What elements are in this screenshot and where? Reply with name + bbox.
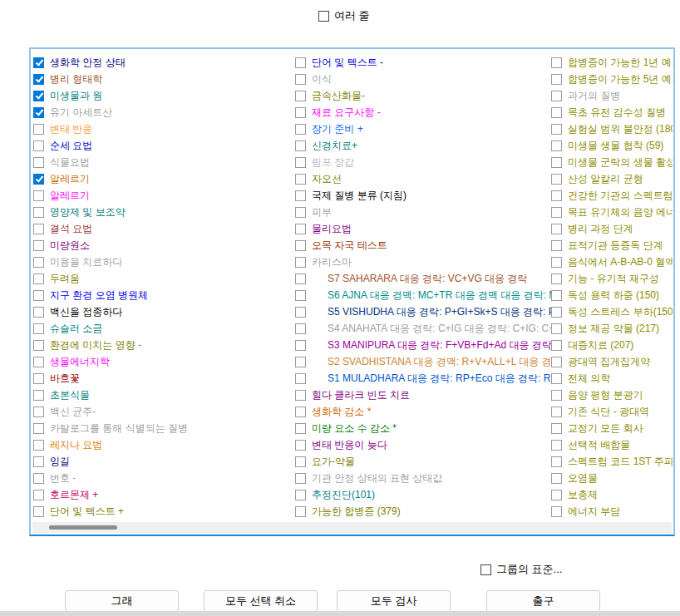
checkbox[interactable] (551, 407, 562, 417)
checkbox-item[interactable]: S6 AJNA 대응 경맥: MC+TR 대응 경맥 대응 경락: MC+TR: (295, 288, 551, 304)
checkbox-item[interactable]: 환경에 미치는 영향 - (33, 338, 295, 354)
checkbox[interactable] (551, 423, 562, 434)
checkbox[interactable] (551, 473, 562, 484)
group-standard-option[interactable]: 그룹의 표준... (480, 562, 562, 577)
checkbox[interactable] (551, 107, 562, 118)
checkbox-item[interactable]: 교정기 모든 회사 (551, 421, 673, 437)
checkbox[interactable] (551, 207, 562, 218)
checkbox-item[interactable]: 광대역 집게집게약 (551, 354, 673, 371)
checkbox[interactable] (295, 473, 306, 484)
checkbox-item[interactable]: 병리 형태학 (33, 71, 295, 88)
checkbox[interactable] (33, 274, 44, 284)
checkbox-item[interactable]: 목초 유전 감수성 질병 (551, 105, 673, 121)
checkbox[interactable] (295, 240, 306, 251)
checkbox-item[interactable]: 기능 - 유기적 재구성 (551, 271, 673, 288)
checkbox[interactable] (33, 290, 44, 301)
checkbox-item[interactable]: 식물요법 (33, 155, 295, 171)
checkbox-item[interactable]: 슈슬러 소금 (33, 321, 295, 338)
checkbox[interactable] (551, 340, 562, 351)
checkbox[interactable] (33, 307, 44, 318)
checkbox[interactable] (33, 124, 44, 135)
checkbox[interactable] (295, 440, 306, 451)
checkbox[interactable] (295, 373, 306, 384)
checkbox-item[interactable]: 장기 준비 + (295, 121, 551, 138)
checkbox[interactable] (295, 506, 306, 517)
checkbox-item[interactable]: 오목 자국 테스트 (295, 238, 551, 254)
checkbox-item[interactable]: 병리 과정 단계 (551, 221, 673, 238)
checkbox-item[interactable]: 기관 안정 상태의 표현 상태값 (295, 471, 551, 487)
checkbox[interactable] (33, 506, 44, 517)
checkbox[interactable] (33, 456, 44, 467)
checkbox[interactable] (33, 74, 44, 85)
checkbox-item[interactable]: 선택적 배합물 (551, 437, 673, 454)
checkbox-item[interactable]: 변태 반응 (33, 121, 295, 138)
checkbox-item[interactable]: 가능한 합병증 (379) (295, 504, 551, 520)
checkbox[interactable] (295, 357, 306, 367)
checkbox-item[interactable]: 림프 장갑 (295, 155, 551, 171)
checkbox[interactable] (295, 224, 306, 234)
checkbox[interactable] (33, 340, 44, 351)
checkbox-item[interactable]: 보충제 (551, 487, 673, 504)
checkbox[interactable] (295, 157, 306, 168)
checkbox-item[interactable]: 바흐꽃 (33, 371, 295, 387)
checkbox-item[interactable]: S5 VISHUDHA 대응 경락: P+GI+Sk+S 대응 경락: P (295, 304, 551, 321)
checkbox-item[interactable]: 합병증이 가능한 5년 예후 (551, 71, 673, 88)
checkbox[interactable] (551, 57, 562, 68)
checkbox-item[interactable]: 순세 요법 (33, 138, 295, 155)
checkbox-item[interactable]: 변태 반응이 늦다 (295, 437, 551, 454)
checkbox-item[interactable]: 신경치료+ (295, 138, 551, 155)
checkbox[interactable] (295, 91, 306, 101)
checkbox[interactable] (551, 274, 562, 284)
checkbox-item[interactable]: 알레르기 (33, 188, 295, 205)
checkbox-item[interactable]: 결석 요법 (33, 221, 295, 238)
checkbox[interactable] (295, 124, 306, 135)
checkbox-item[interactable]: 미량 요소 수 감소 * (295, 421, 551, 437)
checkbox[interactable] (33, 390, 44, 401)
checkbox[interactable] (551, 74, 562, 85)
checkbox-item[interactable]: 힐다 클라크 빈도 치료 (295, 387, 551, 404)
check-all-button[interactable]: 모두 검사 (337, 590, 451, 612)
checkbox[interactable] (33, 257, 44, 268)
checkbox-item[interactable]: 에너지 부담 (551, 504, 673, 520)
checkbox-item[interactable]: 단어 및 텍스트 - (295, 55, 551, 71)
checkbox[interactable] (295, 57, 306, 68)
checkbox-item[interactable]: 요가-약물 (295, 454, 551, 471)
checkbox[interactable] (33, 473, 44, 484)
checkbox[interactable] (551, 157, 562, 168)
checkbox[interactable] (295, 174, 306, 185)
checkbox[interactable] (295, 107, 306, 118)
checkbox[interactable] (33, 490, 44, 500)
checkbox[interactable] (33, 240, 44, 251)
checkbox[interactable] (33, 423, 44, 434)
checkbox[interactable] (295, 456, 306, 467)
checkbox[interactable] (551, 357, 562, 367)
multiline-checkbox[interactable] (318, 11, 329, 22)
checkbox[interactable] (295, 207, 306, 218)
checkbox-item[interactable]: 영양제 및 보조약 (33, 205, 295, 221)
checkbox[interactable] (33, 373, 44, 384)
checkbox-item[interactable]: 유기 아세트산 (33, 105, 295, 121)
checkbox-item[interactable]: S7 SAHARARA 대응 경락: VC+VG 대응 경락 (295, 271, 551, 288)
checkbox[interactable] (295, 274, 306, 284)
checkbox[interactable] (295, 323, 306, 334)
checkbox[interactable] (551, 440, 562, 451)
checkbox-item[interactable]: 미생물과 웜 (33, 88, 295, 105)
ok-button[interactable]: 그래 (65, 590, 179, 612)
checkbox-item[interactable]: 산성 알칼리 균형 (551, 171, 673, 188)
checkbox-item[interactable]: 백신을 접종하다 (33, 304, 295, 321)
checkbox[interactable] (33, 190, 44, 201)
checkbox[interactable] (295, 307, 306, 318)
checkbox[interactable] (551, 224, 562, 234)
checkbox-item[interactable]: 두려움 (33, 271, 295, 288)
checkbox-item[interactable]: S1 MULADHARA 대응 경락: RP+Eco 대응 경락: RP+E: (295, 371, 551, 387)
checkbox-item[interactable]: 카탈로그를 통해 식별되는 질병 (33, 421, 295, 437)
checkbox-item[interactable]: 음양 평형 분광기 (551, 387, 673, 404)
checkbox[interactable] (295, 257, 306, 268)
checkbox[interactable] (33, 440, 44, 451)
checkbox[interactable] (33, 407, 44, 417)
checkbox[interactable] (295, 423, 306, 434)
checkbox[interactable] (551, 124, 562, 135)
checkbox-item[interactable]: 스펙트럼 코드 1ST 주파수 (551, 454, 673, 471)
checkbox-item[interactable]: 건강한 기관의 스펙트럼 (54 (551, 188, 673, 205)
checkbox-item[interactable]: 생화학 안정 상태 (33, 55, 295, 71)
